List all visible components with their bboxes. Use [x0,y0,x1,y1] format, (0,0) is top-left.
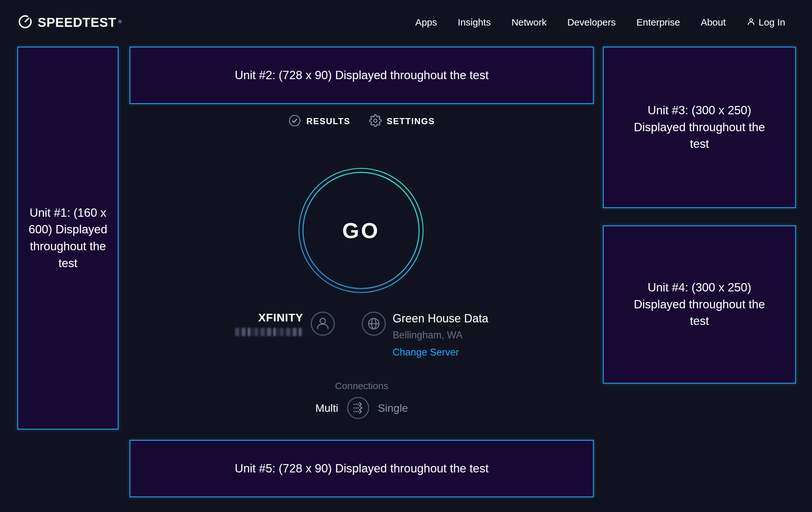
ad-unit-4-text: Unit #4: (300 x 250) Displayed throughou… [631,279,768,330]
server-name: Green House Data [393,312,488,325]
login-button[interactable]: Log In [747,17,785,28]
gauge-icon [18,15,32,30]
ad-unit-1[interactable]: Unit #1: (160 x 600) Displayed throughou… [17,47,119,430]
main-nav: Apps Insights Network Developers Enterpr… [415,17,785,28]
nav-item-apps[interactable]: Apps [415,17,437,28]
view-tabs: RESULTS SETTINGS [129,114,594,128]
connection-info-row: XFINITY Green Hous [129,311,594,358]
change-server-link[interactable]: Change Server [393,347,459,358]
tab-settings[interactable]: SETTINGS [369,114,435,128]
gear-icon [369,114,382,128]
top-nav-bar: SPEEDTEST ® Apps Insights Network Develo… [0,0,812,45]
person-icon [747,17,756,27]
go-button[interactable]: GO [298,167,424,294]
tab-settings-label: SETTINGS [387,116,435,127]
server-location: Bellingham, WA [393,329,462,341]
connections-multi-option[interactable]: Multi [315,402,338,414]
nav-item-insights[interactable]: Insights [458,17,491,28]
ad-unit-3[interactable]: Unit #3: (300 x 250) Displayed throughou… [603,47,796,208]
ad-unit-5[interactable]: Unit #5: (728 x 90) Displayed throughout… [129,440,594,497]
login-label: Log In [759,17,785,28]
globe-circle-icon [361,311,386,336]
ad-unit-2-text: Unit #2: (728 x 90) Displayed throughout… [235,67,489,84]
isp-info: XFINITY [235,311,335,336]
speedtest-logo[interactable]: SPEEDTEST ® [18,15,122,30]
trademark-mark: ® [118,19,122,24]
tab-results[interactable]: RESULTS [288,114,350,128]
go-label: GO [298,167,424,294]
ad-unit-3-text: Unit #3: (300 x 250) Displayed throughou… [631,102,768,153]
nav-item-developers[interactable]: Developers [568,17,616,28]
connections-panel: Connections Multi Single [129,380,594,420]
nav-item-about[interactable]: About [701,17,726,28]
connections-label: Connections [129,380,594,392]
multi-arrows-circle-icon[interactable] [347,397,370,420]
blurred-ip-address [235,328,303,336]
check-circle-icon [288,114,301,128]
isp-name: XFINITY [258,311,303,324]
ad-unit-2[interactable]: Unit #2: (728 x 90) Displayed throughout… [129,47,594,104]
logo-text: SPEEDTEST [38,15,116,30]
nav-item-enterprise[interactable]: Enterprise [636,17,680,28]
ad-unit-4[interactable]: Unit #4: (300 x 250) Displayed throughou… [603,225,796,384]
ad-unit-1-text: Unit #1: (160 x 600) Displayed throughou… [23,205,113,272]
ad-unit-5-text: Unit #5: (728 x 90) Displayed throughout… [235,460,489,477]
server-info: Green House Data Bellingham, WA Change S… [361,311,488,358]
speedtest-page: SPEEDTEST ® Apps Insights Network Develo… [0,0,812,512]
user-circle-icon [310,311,335,336]
nav-item-network[interactable]: Network [512,17,547,28]
connections-single-option[interactable]: Single [378,402,408,414]
tab-results-label: RESULTS [306,116,350,127]
